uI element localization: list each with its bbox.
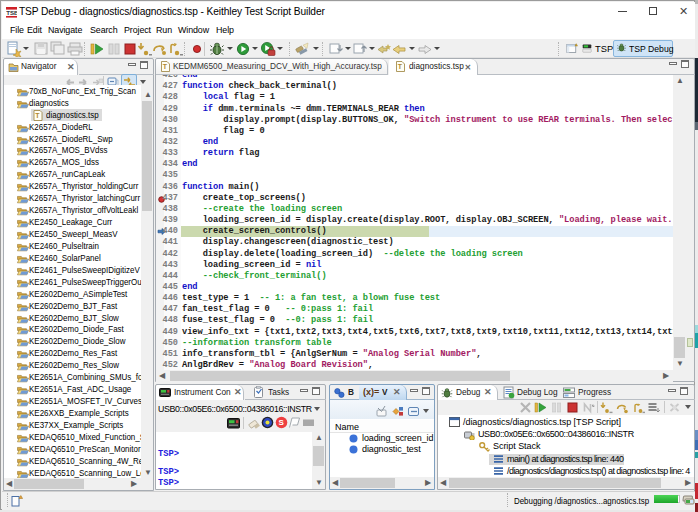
svg-text:TSB: TSB	[6, 9, 17, 16]
svg-text:T: T	[163, 63, 168, 70]
svg-text:T: T	[35, 112, 40, 119]
svg-text:S: S	[279, 418, 285, 427]
svg-text:T: T	[398, 63, 403, 70]
